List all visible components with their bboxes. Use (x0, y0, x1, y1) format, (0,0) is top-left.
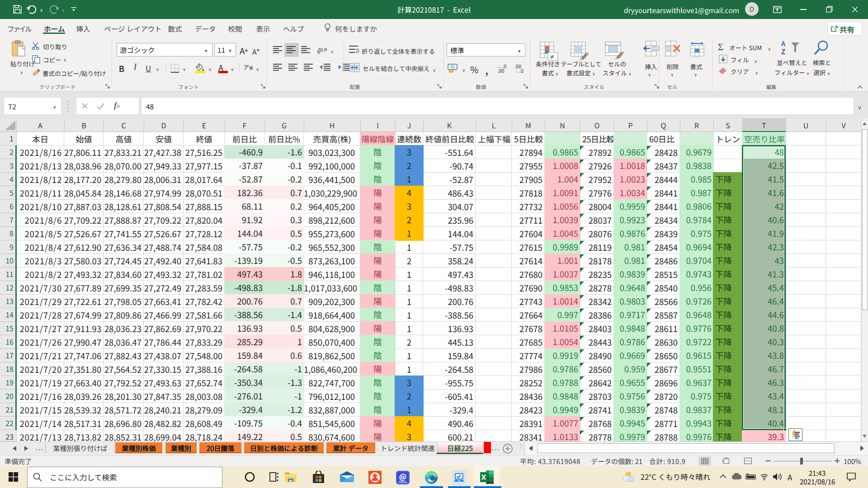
svg-text:ab: ab (316, 45, 325, 55)
svg-text:Z: Z (781, 47, 785, 56)
svg-text:menu: menu (399, 479, 407, 484)
